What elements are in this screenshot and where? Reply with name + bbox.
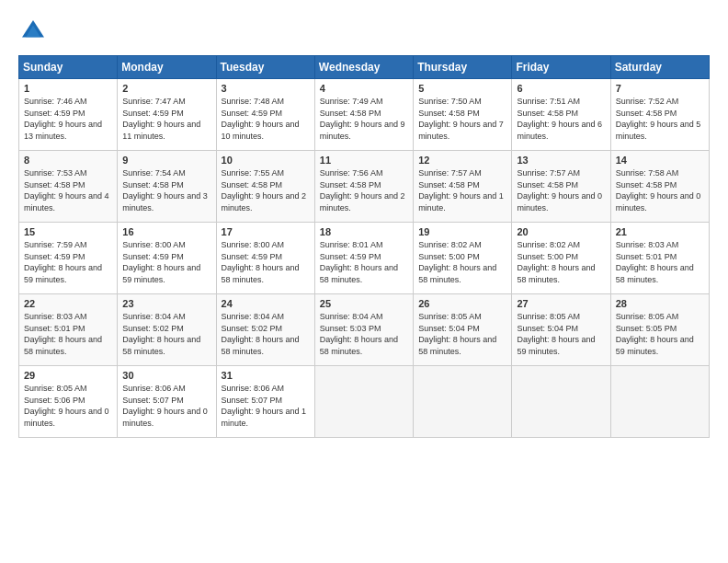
calendar-cell: 25Sunrise: 8:04 AMSunset: 5:03 PMDayligh…: [314, 294, 413, 366]
day-number: 30: [122, 370, 210, 381]
page: SundayMondayTuesdayWednesdayThursdayFrid…: [0, 0, 728, 563]
calendar-header-tuesday: Tuesday: [216, 56, 314, 79]
calendar-cell: 19Sunrise: 8:02 AMSunset: 5:00 PMDayligh…: [414, 223, 512, 294]
day-number: 19: [418, 226, 506, 237]
day-info: Sunrise: 8:01 AMSunset: 4:59 PMDaylight:…: [320, 239, 408, 285]
day-info: Sunrise: 8:05 AMSunset: 5:06 PMDaylight:…: [24, 383, 112, 429]
day-number: 21: [616, 226, 704, 237]
calendar-cell: [414, 366, 512, 438]
calendar-cell: 29Sunrise: 8:05 AMSunset: 5:06 PMDayligh…: [19, 366, 118, 438]
day-info: Sunrise: 8:05 AMSunset: 5:05 PMDaylight:…: [616, 311, 704, 357]
calendar-cell: 5Sunrise: 7:50 AMSunset: 4:58 PMDaylight…: [414, 79, 512, 151]
calendar-cell: 7Sunrise: 7:52 AMSunset: 4:58 PMDaylight…: [610, 79, 709, 151]
day-info: Sunrise: 7:53 AMSunset: 4:58 PMDaylight:…: [24, 167, 112, 213]
calendar-cell: 30Sunrise: 8:06 AMSunset: 5:07 PMDayligh…: [118, 366, 216, 438]
calendar-cell: 9Sunrise: 7:54 AMSunset: 4:58 PMDaylight…: [118, 151, 216, 223]
calendar-table: SundayMondayTuesdayWednesdayThursdayFrid…: [18, 55, 710, 438]
day-info: Sunrise: 7:56 AMSunset: 4:58 PMDaylight:…: [320, 167, 408, 213]
calendar-cell: 12Sunrise: 7:57 AMSunset: 4:58 PMDayligh…: [414, 151, 512, 223]
day-info: Sunrise: 7:57 AMSunset: 4:58 PMDaylight:…: [517, 167, 605, 213]
day-info: Sunrise: 8:06 AMSunset: 5:07 PMDaylight:…: [122, 383, 210, 429]
day-info: Sunrise: 7:46 AMSunset: 4:59 PMDaylight:…: [24, 96, 112, 142]
day-number: 29: [24, 370, 112, 381]
logo: [18, 17, 51, 46]
calendar-cell: 2Sunrise: 7:47 AMSunset: 4:59 PMDaylight…: [118, 79, 216, 151]
calendar-cell: 18Sunrise: 8:01 AMSunset: 4:59 PMDayligh…: [314, 223, 413, 294]
day-number: 28: [616, 298, 704, 309]
calendar-header-monday: Monday: [118, 56, 216, 79]
day-number: 18: [320, 226, 408, 237]
day-number: 25: [320, 298, 408, 309]
day-number: 20: [517, 226, 605, 237]
calendar-cell: 6Sunrise: 7:51 AMSunset: 4:58 PMDaylight…: [512, 79, 610, 151]
calendar-week-row: 1Sunrise: 7:46 AMSunset: 4:59 PMDaylight…: [19, 79, 710, 151]
day-number: 14: [616, 155, 704, 166]
day-info: Sunrise: 8:02 AMSunset: 5:00 PMDaylight:…: [418, 239, 506, 285]
day-info: Sunrise: 7:52 AMSunset: 4:58 PMDaylight:…: [616, 96, 704, 142]
day-number: 7: [616, 83, 704, 94]
day-number: 16: [122, 226, 210, 237]
day-number: 31: [222, 370, 310, 381]
day-number: 24: [222, 298, 310, 309]
day-number: 4: [320, 83, 408, 94]
day-info: Sunrise: 7:58 AMSunset: 4:58 PMDaylight:…: [616, 167, 704, 213]
calendar-cell: 11Sunrise: 7:56 AMSunset: 4:58 PMDayligh…: [314, 151, 413, 223]
day-number: 17: [222, 226, 310, 237]
day-info: Sunrise: 8:05 AMSunset: 5:04 PMDaylight:…: [418, 311, 506, 357]
calendar-cell: [610, 366, 709, 438]
day-number: 11: [320, 155, 408, 166]
calendar-cell: 23Sunrise: 8:04 AMSunset: 5:02 PMDayligh…: [118, 294, 216, 366]
calendar-cell: 17Sunrise: 8:00 AMSunset: 4:59 PMDayligh…: [216, 223, 314, 294]
day-number: 8: [24, 155, 112, 166]
calendar-cell: 20Sunrise: 8:02 AMSunset: 5:00 PMDayligh…: [512, 223, 610, 294]
calendar-cell: 10Sunrise: 7:55 AMSunset: 4:58 PMDayligh…: [216, 151, 314, 223]
day-number: 23: [122, 298, 210, 309]
calendar-cell: 24Sunrise: 8:04 AMSunset: 5:02 PMDayligh…: [216, 294, 314, 366]
day-number: 5: [418, 83, 506, 94]
calendar-cell: [314, 366, 413, 438]
calendar-week-row: 22Sunrise: 8:03 AMSunset: 5:01 PMDayligh…: [19, 294, 710, 366]
day-number: 27: [517, 298, 605, 309]
day-number: 9: [122, 155, 210, 166]
logo-icon: [18, 17, 48, 46]
calendar-cell: 28Sunrise: 8:05 AMSunset: 5:05 PMDayligh…: [610, 294, 709, 366]
day-info: Sunrise: 7:49 AMSunset: 4:58 PMDaylight:…: [320, 96, 408, 142]
day-info: Sunrise: 8:03 AMSunset: 5:01 PMDaylight:…: [24, 311, 112, 357]
calendar-header-saturday: Saturday: [610, 56, 709, 79]
day-info: Sunrise: 7:51 AMSunset: 4:58 PMDaylight:…: [517, 96, 605, 142]
calendar-week-row: 8Sunrise: 7:53 AMSunset: 4:58 PMDaylight…: [19, 151, 710, 223]
day-number: 10: [222, 155, 310, 166]
calendar-header-sunday: Sunday: [19, 56, 118, 79]
day-info: Sunrise: 7:57 AMSunset: 4:58 PMDaylight:…: [418, 167, 506, 213]
day-number: 22: [24, 298, 112, 309]
calendar-cell: 26Sunrise: 8:05 AMSunset: 5:04 PMDayligh…: [414, 294, 512, 366]
day-info: Sunrise: 8:05 AMSunset: 5:04 PMDaylight:…: [517, 311, 605, 357]
calendar-cell: 21Sunrise: 8:03 AMSunset: 5:01 PMDayligh…: [610, 223, 709, 294]
day-number: 3: [222, 83, 310, 94]
calendar-cell: 31Sunrise: 8:06 AMSunset: 5:07 PMDayligh…: [216, 366, 314, 438]
calendar-header-thursday: Thursday: [414, 56, 512, 79]
day-info: Sunrise: 7:59 AMSunset: 4:59 PMDaylight:…: [24, 239, 112, 285]
day-number: 12: [418, 155, 506, 166]
calendar-cell: 15Sunrise: 7:59 AMSunset: 4:59 PMDayligh…: [19, 223, 118, 294]
calendar-header-friday: Friday: [512, 56, 610, 79]
calendar-cell: 14Sunrise: 7:58 AMSunset: 4:58 PMDayligh…: [610, 151, 709, 223]
day-info: Sunrise: 8:04 AMSunset: 5:03 PMDaylight:…: [320, 311, 408, 357]
day-info: Sunrise: 8:00 AMSunset: 4:59 PMDaylight:…: [122, 239, 210, 285]
day-info: Sunrise: 8:03 AMSunset: 5:01 PMDaylight:…: [616, 239, 704, 285]
day-info: Sunrise: 7:54 AMSunset: 4:58 PMDaylight:…: [122, 167, 210, 213]
day-number: 2: [122, 83, 210, 94]
calendar-week-row: 15Sunrise: 7:59 AMSunset: 4:59 PMDayligh…: [19, 223, 710, 294]
day-number: 1: [24, 83, 112, 94]
day-info: Sunrise: 8:06 AMSunset: 5:07 PMDaylight:…: [222, 383, 310, 429]
day-number: 26: [418, 298, 506, 309]
day-info: Sunrise: 7:55 AMSunset: 4:58 PMDaylight:…: [222, 167, 310, 213]
day-info: Sunrise: 7:50 AMSunset: 4:58 PMDaylight:…: [418, 96, 506, 142]
calendar-header-wednesday: Wednesday: [314, 56, 413, 79]
calendar-cell: 22Sunrise: 8:03 AMSunset: 5:01 PMDayligh…: [19, 294, 118, 366]
calendar-cell: 3Sunrise: 7:48 AMSunset: 4:59 PMDaylight…: [216, 79, 314, 151]
calendar-cell: 1Sunrise: 7:46 AMSunset: 4:59 PMDaylight…: [19, 79, 118, 151]
calendar-header-row: SundayMondayTuesdayWednesdayThursdayFrid…: [19, 56, 710, 79]
calendar-cell: 16Sunrise: 8:00 AMSunset: 4:59 PMDayligh…: [118, 223, 216, 294]
day-info: Sunrise: 7:47 AMSunset: 4:59 PMDaylight:…: [122, 96, 210, 142]
